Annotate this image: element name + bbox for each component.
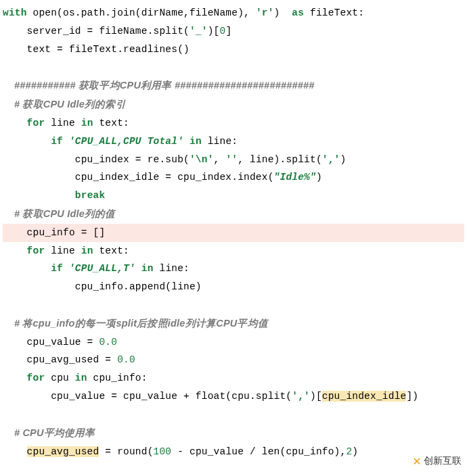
code-line: if 'CPU_ALL,T' in line:	[3, 263, 190, 274]
code-line: for cpu in cpu_info:	[3, 373, 148, 383]
code-line: cpu_index = re.sub('\n', '', line).split…	[3, 154, 346, 165]
code-line: cpu_value = 0.0	[3, 337, 117, 348]
code-line: text = fileText.readlines()	[3, 44, 190, 55]
code-line: server_id = fileName.split('_')[0]	[3, 26, 231, 37]
watermark-logo: ✕ 创新互联	[413, 452, 462, 469]
code-line: cpu_index_idle = cpu_index.index("Idle%"…	[3, 172, 322, 183]
comment-line: # CPU平均使用率	[3, 428, 95, 439]
code-line: with open(os.path.join(dirName,fileName)…	[3, 7, 364, 18]
highlighted-line: cpu_info = []	[3, 224, 464, 242]
comment-line: # 将cpu_info的每一项split后按照idle列计算CPU平均值	[3, 318, 268, 329]
comment-line: # 获取CPU Idle列的索引	[3, 99, 126, 110]
comment-line: # 获取CPU Idle列的值	[3, 209, 116, 220]
code-screenshot: with open(os.path.join(dirName,fileName)…	[0, 0, 467, 476]
code-line: cpu_avg_used = 0.0	[3, 354, 135, 365]
code-line: cpu_info.append(line)	[3, 281, 202, 292]
code-line: for line in text:	[3, 245, 129, 256]
logo-text: 创新互联	[424, 455, 462, 467]
comment-line: ########### 获取平均CPU利用率 #################…	[3, 80, 315, 91]
logo-icon: ✕	[413, 452, 421, 469]
code-line: cpu_value = cpu_value + float(cpu.split(…	[3, 391, 418, 402]
code-line: break	[3, 190, 105, 201]
code-block: with open(os.path.join(dirName,fileName)…	[0, 0, 467, 465]
code-line: cpu_avg_used = round(100 - cpu_value / l…	[3, 446, 358, 457]
code-line: if 'CPU_ALL,CPU Total' in line:	[3, 136, 238, 147]
code-line: for line in text:	[3, 118, 129, 128]
